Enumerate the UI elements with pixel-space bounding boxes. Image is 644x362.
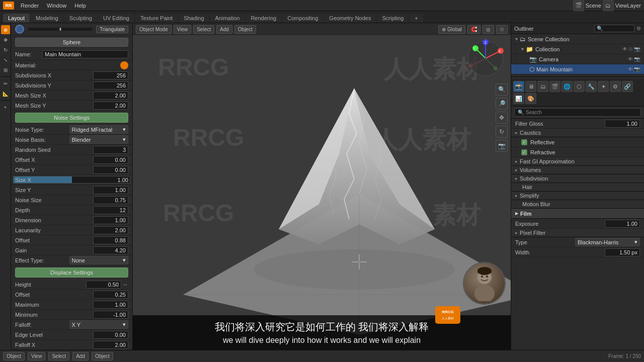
effect-type-select[interactable]: None ▾ (69, 256, 129, 264)
properties-search-input[interactable]: 🔍 Search (514, 108, 641, 117)
tab-sculpting[interactable]: Sculpting (64, 14, 97, 23)
filter-type-select[interactable]: Blackman-Harris ▾ (575, 238, 640, 246)
viewport[interactable]: Object Mode View Select Add Object ⊕ Glo… (133, 23, 511, 350)
collection-select-icon[interactable]: ☉ (628, 46, 633, 52)
subdivision-section[interactable]: ▸ Subdivision (511, 174, 644, 183)
tool-annotate[interactable]: ✏ (1, 79, 10, 88)
tab-texture-paint[interactable]: Texture Paint (135, 14, 178, 23)
tab-uv-editing[interactable]: UV Editing (98, 14, 134, 23)
snap-btn[interactable]: 🧲 (467, 25, 480, 34)
tab-scripting[interactable]: Scripting (377, 14, 409, 23)
proportional-edit-btn[interactable]: ◎ (482, 25, 494, 34)
outliner-filter-icon[interactable]: ⚙ (636, 26, 641, 31)
global-transform-btn[interactable]: ⊕ Global (438, 25, 465, 34)
mountain-render-icon[interactable]: 📷 (634, 66, 640, 72)
tool-move[interactable]: ✥ (1, 35, 10, 44)
menu-window[interactable]: Window (43, 2, 70, 10)
pan-btn[interactable]: ✥ (496, 112, 508, 124)
depth-value[interactable]: 12 (93, 206, 128, 214)
noise-type-select[interactable]: Ridged MFractal ▾ (69, 125, 129, 134)
height-value[interactable]: 0.50 (86, 281, 121, 289)
tab-add[interactable]: + (410, 14, 423, 23)
orientation-gizmo[interactable]: X Y Z (465, 38, 506, 78)
world-properties-icon[interactable]: 🌐 (561, 81, 573, 92)
collection-eye-icon[interactable]: 👁 (622, 46, 627, 52)
bottom-select-btn[interactable]: Select (48, 352, 69, 360)
reflective-checkbox[interactable]: ✓ (521, 139, 527, 145)
bottom-view-btn[interactable]: View (28, 352, 46, 360)
noise-basis-select[interactable]: Blender ▾ (69, 135, 129, 144)
edge-level-value[interactable]: 0.00 (93, 331, 128, 339)
tool-scale[interactable]: ⤡ (1, 55, 10, 64)
scene-properties-icon[interactable]: 🎬 (549, 81, 560, 92)
offset-y-value[interactable]: 0.00 (93, 166, 128, 174)
random-seed-value[interactable]: 3 (93, 146, 128, 154)
camera-eye-icon[interactable]: 👁 (628, 56, 633, 62)
viewport-mode-btn[interactable]: Object Mode (136, 25, 172, 34)
scene-collection-item[interactable]: ▾ 🗂 Scene Collection (511, 34, 644, 44)
camera-persp-btn[interactable]: 📷 (496, 140, 508, 152)
collection-render-icon[interactable]: 📷 (634, 46, 640, 52)
tool-measure[interactable]: 📐 (1, 89, 10, 98)
outliner-search[interactable]: 🔍 (594, 25, 634, 32)
bottom-add-btn[interactable]: Add (72, 352, 89, 360)
mountain-eye-icon[interactable]: 👁 (628, 66, 633, 72)
noise-size-value[interactable]: 0.75 (93, 196, 128, 204)
physics-properties-icon[interactable]: ⚙ (610, 81, 621, 92)
maximum-value[interactable]: 1.00 (93, 301, 128, 309)
volumes-section[interactable]: ▸ Volumes (511, 166, 644, 174)
tool-transform[interactable]: ⊞ (1, 65, 10, 74)
output-properties-icon[interactable]: 🖥 (525, 81, 536, 92)
viewport-add-btn[interactable]: Add (216, 25, 232, 34)
menu-help[interactable]: Help (71, 2, 90, 10)
main-mountain-item[interactable]: ⬡ Main Mountain 👁 📷 (511, 64, 644, 74)
menu-render[interactable]: Render (17, 2, 42, 10)
view-layer-properties-icon[interactable]: 🗂 (537, 81, 548, 92)
mesh-slider[interactable] (28, 28, 92, 31)
triangulate-button[interactable]: Triangulate (96, 26, 128, 33)
overlay-btn[interactable]: ☉ (496, 25, 508, 34)
constraints-properties-icon[interactable]: 🔗 (622, 81, 633, 92)
filter-width-value[interactable]: 1.50 px (605, 248, 640, 256)
object-properties-icon[interactable]: ⬡ (574, 81, 585, 92)
tool-add[interactable]: + (1, 103, 10, 112)
particles-properties-icon[interactable]: ✦ (598, 81, 609, 92)
size-x-row[interactable]: Size X 1.00 (11, 175, 132, 185)
view-layer-selector[interactable]: 🗂 (603, 0, 614, 11)
gain-value[interactable]: 4.20 (93, 246, 128, 254)
displace-offset-value[interactable]: 0.25 (93, 291, 128, 299)
refractive-checkbox[interactable]: ✓ (521, 149, 527, 155)
tool-cursor[interactable]: ⊕ (1, 25, 10, 34)
simplify-section[interactable]: ▸ Simplify (511, 192, 644, 200)
data-properties-icon[interactable]: 📊 (513, 93, 524, 104)
tab-compositing[interactable]: Compositing (282, 14, 323, 23)
dimension-value[interactable]: 1.00 (93, 216, 128, 224)
tab-shading[interactable]: Shading (179, 14, 209, 23)
bottom-object-btn[interactable]: Object (92, 352, 113, 360)
name-input[interactable] (42, 50, 128, 58)
offset-value[interactable]: 0.88 (93, 236, 128, 244)
zoom-in-btn[interactable]: 🔍 (496, 83, 508, 96)
material-properties-icon[interactable]: 🎨 (525, 93, 536, 104)
orbit-btn[interactable]: ↻ (496, 126, 508, 138)
minimum-value[interactable]: -1.00 (93, 311, 128, 319)
subdivisions-x-value[interactable]: 256 (93, 71, 128, 79)
viewport-object-btn[interactable]: Object (234, 25, 256, 34)
lacunarity-value[interactable]: 2.00 (93, 226, 128, 234)
viewport-view-btn[interactable]: View (174, 25, 192, 34)
modifier-properties-icon[interactable]: 🔧 (586, 81, 597, 92)
fast-gi-section[interactable]: ▸ Fast GI Approximation (511, 157, 644, 166)
caustics-section[interactable]: ▸ Caustics (511, 129, 644, 137)
render-properties-icon[interactable]: 📸 (513, 81, 524, 92)
tab-geometry-nodes[interactable]: Geometry Nodes (324, 14, 376, 23)
falloff-select[interactable]: X Y ▾ (69, 320, 129, 329)
sphere-button[interactable]: Sphere (15, 38, 128, 47)
falloff-x-value[interactable]: 2.00 (93, 341, 128, 349)
tab-layout[interactable]: Layout (3, 14, 30, 23)
mesh-size-y-value[interactable]: 2.00 (93, 102, 128, 110)
tab-animation[interactable]: Animation (210, 14, 245, 23)
hair-section[interactable]: Hair (511, 183, 644, 192)
pixel-filter-section[interactable]: ▸ Pixel Filter (511, 229, 644, 237)
camera-render-icon[interactable]: 📷 (634, 56, 640, 62)
offset-x-value[interactable]: 0.00 (93, 156, 128, 164)
